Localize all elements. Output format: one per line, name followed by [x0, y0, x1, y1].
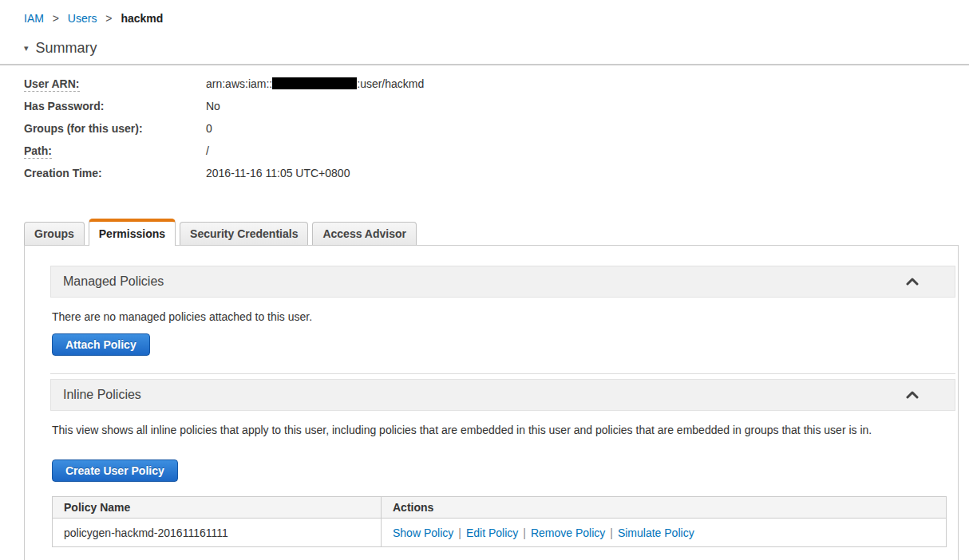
- redacted-account-id: [272, 77, 357, 89]
- action-separator: |: [523, 526, 526, 539]
- table-row: policygen-hackmd-201611161111 Show Polic…: [53, 519, 947, 547]
- chevron-up-icon[interactable]: [906, 391, 919, 399]
- groups-count-value: 0: [206, 122, 212, 135]
- arn-suffix: :user/hackmd: [357, 77, 424, 90]
- breadcrumb-link-users[interactable]: Users: [68, 12, 97, 25]
- inline-policies-body: This view shows all inline policies that…: [50, 411, 955, 547]
- inline-policies-section: Inline Policies This view shows all inli…: [50, 379, 955, 560]
- action-separator: |: [610, 526, 613, 539]
- create-user-policy-button[interactable]: Create User Policy: [52, 459, 178, 482]
- policy-name-cell: policygen-hackmd-201611161111: [53, 519, 382, 547]
- creation-time-value: 2016-11-16 11:05 UTC+0800: [206, 167, 350, 179]
- field-row-path: Path: /: [24, 144, 969, 167]
- arn-prefix: arn:aws:iam::: [206, 77, 272, 90]
- summary-divider: [0, 64, 969, 65]
- breadcrumb-current-user: hackmd: [121, 12, 163, 25]
- managed-policies-empty-text: There are no managed policies attached t…: [52, 310, 955, 323]
- path-value: /: [206, 144, 209, 157]
- field-row-has-password: Has Password: No: [24, 100, 969, 122]
- tab-bar: Groups Permissions Security Credentials …: [24, 219, 969, 245]
- inline-policies-header[interactable]: Inline Policies: [50, 379, 955, 411]
- user-arn-value: arn:aws:iam:::user/hackmd: [206, 77, 424, 90]
- field-label: Has Password:: [24, 100, 206, 112]
- tab-access-advisor[interactable]: Access Advisor: [312, 222, 417, 245]
- field-row-user-arn: User ARN: arn:aws:iam:::user/hackmd: [24, 77, 969, 100]
- inline-policies-title: Inline Policies: [63, 388, 141, 402]
- permissions-tab-panel: Managed Policies There are no managed po…: [24, 245, 959, 560]
- breadcrumb-separator: >: [53, 12, 59, 25]
- has-password-value: No: [206, 100, 220, 112]
- tab-groups[interactable]: Groups: [24, 222, 85, 245]
- summary-title: Summary: [36, 40, 97, 57]
- breadcrumb: IAM > Users > hackmd: [24, 12, 969, 25]
- chevron-up-icon[interactable]: [906, 278, 919, 286]
- breadcrumb-link-iam[interactable]: IAM: [24, 12, 44, 25]
- field-label: User ARN:: [24, 77, 206, 90]
- inline-policies-table: Policy Name Actions policygen-hackmd-201…: [52, 496, 947, 547]
- tab-permissions[interactable]: Permissions: [89, 219, 176, 246]
- simulate-policy-link[interactable]: Simulate Policy: [618, 526, 694, 539]
- tab-security-credentials[interactable]: Security Credentials: [180, 222, 308, 245]
- policy-actions-cell: Show Policy|Edit Policy|Remove Policy|Si…: [382, 519, 947, 547]
- attach-policy-button[interactable]: Attach Policy: [52, 333, 150, 356]
- remove-policy-link[interactable]: Remove Policy: [531, 526, 605, 539]
- collapse-triangle-icon[interactable]: ▾: [24, 43, 29, 53]
- field-label: Groups (for this user):: [24, 122, 206, 135]
- summary-fields: User ARN: arn:aws:iam:::user/hackmd Has …: [24, 77, 969, 189]
- table-header-row: Policy Name Actions: [53, 497, 947, 519]
- field-label: Path:: [24, 144, 206, 157]
- field-row-creation-time: Creation Time: 2016-11-16 11:05 UTC+0800: [24, 167, 969, 189]
- field-row-groups: Groups (for this user): 0: [24, 122, 969, 144]
- managed-policies-body: There are no managed policies attached t…: [50, 298, 955, 356]
- show-policy-link[interactable]: Show Policy: [393, 526, 453, 539]
- action-separator: |: [458, 526, 461, 539]
- managed-policies-section: Managed Policies There are no managed po…: [50, 266, 955, 374]
- inline-policies-description: This view shows all inline policies that…: [52, 424, 955, 436]
- summary-header[interactable]: ▾ Summary: [24, 40, 969, 57]
- managed-policies-title: Managed Policies: [63, 274, 164, 289]
- edit-policy-link[interactable]: Edit Policy: [466, 526, 518, 539]
- managed-policies-header[interactable]: Managed Policies: [50, 266, 955, 298]
- field-label: Creation Time:: [24, 167, 206, 179]
- column-header-policy-name: Policy Name: [53, 497, 382, 519]
- breadcrumb-separator: >: [105, 12, 112, 25]
- column-header-actions: Actions: [382, 497, 947, 519]
